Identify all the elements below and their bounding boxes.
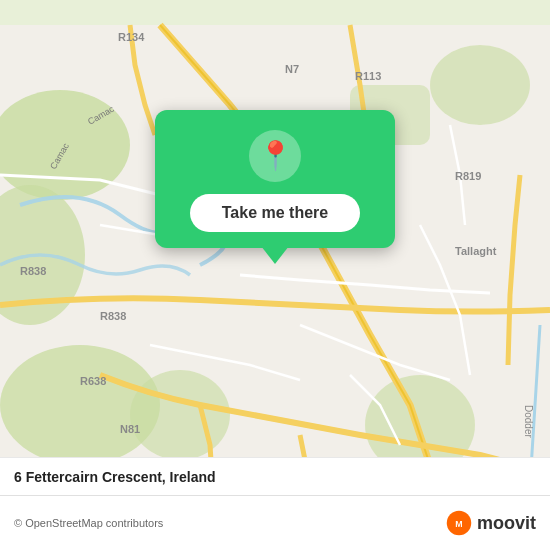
svg-text:N81: N81 <box>120 423 140 435</box>
svg-text:R638: R638 <box>80 375 106 387</box>
svg-text:Tallaght: Tallaght <box>455 245 497 257</box>
svg-point-5 <box>430 45 530 125</box>
svg-text:R113: R113 <box>355 70 381 82</box>
attribution-text: © OpenStreetMap contributors <box>14 517 163 529</box>
location-pin-icon: 📍 <box>258 142 293 170</box>
location-icon-circle: 📍 <box>249 130 301 182</box>
address-text: 6 Fettercairn Crescent, Ireland <box>14 469 216 485</box>
svg-text:R838: R838 <box>100 310 126 322</box>
svg-text:R819: R819 <box>455 170 481 182</box>
address-bar: 6 Fettercairn Crescent, Ireland <box>0 457 550 495</box>
svg-text:M: M <box>455 519 462 529</box>
svg-text:Dodder: Dodder <box>523 405 534 438</box>
svg-text:R838: R838 <box>20 265 46 277</box>
map-container: R134 N7 R113 Camac Camac R838 R838 R819 … <box>0 0 550 550</box>
moovit-logo: M moovit <box>445 509 536 537</box>
svg-text:R134: R134 <box>118 31 145 43</box>
bottom-bar: © OpenStreetMap contributors M moovit <box>0 495 550 550</box>
moovit-icon: M <box>445 509 473 537</box>
svg-point-4 <box>130 370 230 460</box>
take-me-there-button[interactable]: Take me there <box>190 194 360 232</box>
popup-card[interactable]: 📍 Take me there <box>155 110 395 248</box>
svg-text:N7: N7 <box>285 63 299 75</box>
moovit-label: moovit <box>477 513 536 534</box>
